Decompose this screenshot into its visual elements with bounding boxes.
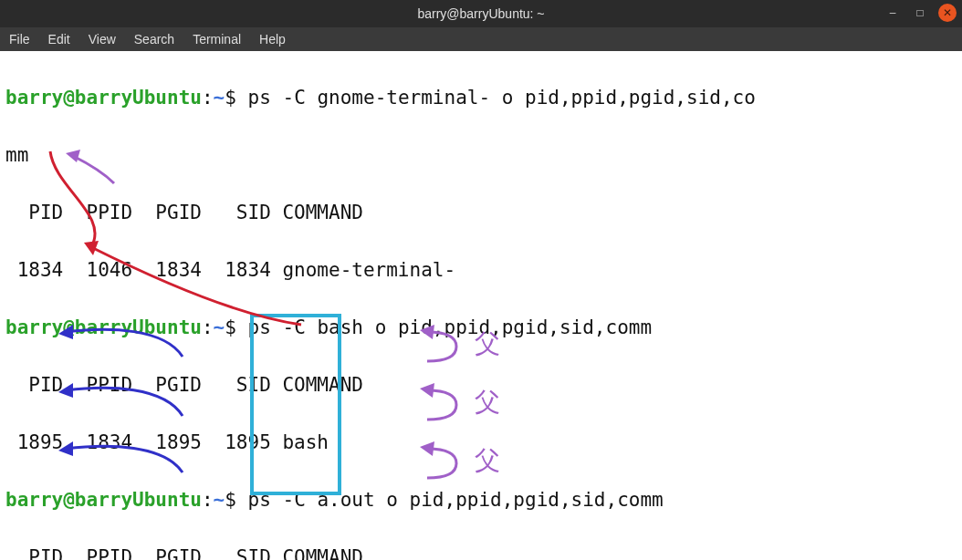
terminal-area[interactable]: barry@barryUbuntu:~$ ps -C gnome-termina… (0, 51, 962, 560)
ps2-header: PID PPID PGID SID COMMAND (5, 371, 957, 400)
menu-file[interactable]: File (9, 30, 30, 49)
ps3-header: PID PPID PGID SID COMMAND (5, 544, 957, 561)
prompt-line-2: barry@barryUbuntu:~$ ps -C bash o pid,pp… (5, 314, 957, 343)
sid-highlight-box (252, 316, 340, 493)
close-button[interactable]: ✕ (938, 4, 957, 22)
prompt-path: ~ (214, 87, 225, 109)
menu-view[interactable]: View (89, 30, 116, 49)
menu-help[interactable]: Help (259, 30, 286, 49)
prompt-user: barry@barryUbuntu (5, 87, 202, 109)
prompt-line-3: barry@barryUbuntu:~$ ps -C a.out o pid,p… (5, 486, 957, 515)
annotation-overlay: 父 父 父 (0, 51, 962, 560)
menu-search[interactable]: Search (134, 30, 174, 49)
menu-terminal[interactable]: Terminal (193, 30, 241, 49)
window-title: barry@barryUbuntu: ~ (417, 5, 544, 24)
command-2: ps -C bash o pid,ppid,pgid,sid,comm (248, 316, 653, 338)
command-1b: mm (5, 141, 957, 171)
ps1-header: PID PPID PGID SID COMMAND (5, 199, 957, 228)
svg-marker-1 (84, 241, 99, 255)
maximize-button[interactable]: □ (911, 4, 929, 22)
menubar: File Edit View Search Terminal Help (0, 27, 962, 51)
prompt-line-1: barry@barryUbuntu:~$ ps -C gnome-termina… (5, 84, 957, 113)
menu-edit[interactable]: Edit (48, 30, 70, 49)
window-controls: – □ ✕ (884, 4, 957, 22)
minimize-button[interactable]: – (884, 4, 902, 22)
command-3: ps -C a.out o pid,ppid,pgid,sid,comm (248, 489, 664, 511)
ps2-row-0: 1895 1834 1895 1895 bash (5, 429, 957, 458)
titlebar: barry@barryUbuntu: ~ – □ ✕ (0, 0, 962, 27)
ps1-row-0: 1834 1046 1834 1834 gnome-terminal- (5, 256, 957, 285)
command-1a: ps -C gnome-terminal- o pid,ppid,pgid,si… (248, 87, 756, 109)
